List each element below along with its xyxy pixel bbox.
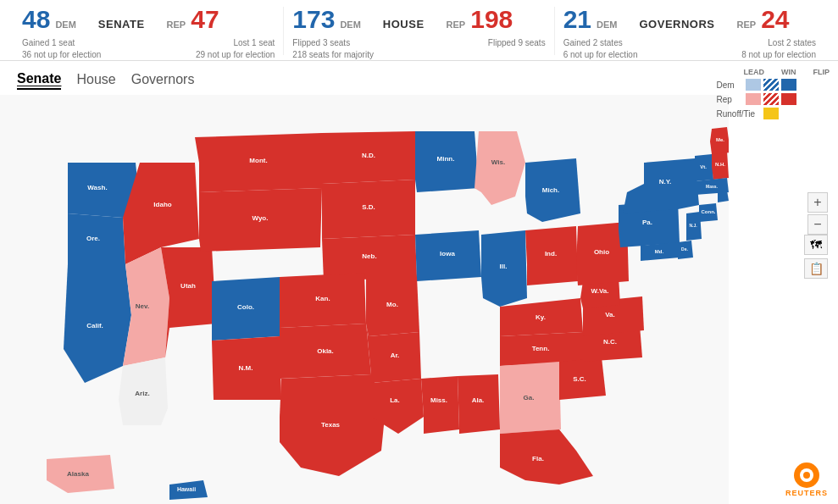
house-rep-sub: Flipped 9 seats: [488, 37, 546, 61]
house-rep-party: REP: [447, 19, 466, 30]
legend-rep-label: Rep: [717, 95, 741, 104]
state-ok[interactable]: [280, 324, 371, 379]
legend-rep-row: Rep: [717, 93, 830, 105]
svg-point-3: [803, 472, 810, 479]
state-al[interactable]: [458, 374, 500, 434]
runoff-swatch: [763, 108, 779, 119]
senate-dem-count: 48: [22, 7, 50, 32]
reuters-text: REUTERS: [785, 489, 828, 497]
state-ca[interactable]: [64, 264, 131, 383]
state-ri[interactable]: [718, 191, 729, 202]
rep-flip-swatch: [781, 93, 796, 105]
state-ga[interactable]: [500, 362, 561, 434]
state-or[interactable]: [68, 213, 125, 264]
main-content: Senate House Governors LEAD WIN FLIP Dem: [0, 61, 838, 504]
state-mi[interactable]: [525, 158, 580, 222]
legend-runoff-row: Runoff/Tie: [717, 108, 830, 119]
scoreboard: 48 DEM SENATE REP 47 Gained 1 seat 36 no…: [0, 0, 838, 61]
rep-lead-swatch: [746, 93, 761, 105]
map-area: Senate House Governors LEAD WIN FLIP Dem: [0, 61, 838, 504]
map-container: Wash. Ore. Calif. Idaho Nev. Ariz. Uta: [0, 95, 838, 504]
zoom-in-button[interactable]: +: [807, 192, 828, 213]
senate-title: SENATE: [98, 18, 145, 30]
senate-rep-count: 47: [191, 7, 219, 32]
house-dem-count: 173: [292, 7, 335, 32]
house-dem-party: DEM: [340, 19, 360, 30]
gov-dem-party: DEM: [597, 19, 617, 30]
house-section: 173 DEM HOUSE REP 198 Flipped 3 seats 21…: [284, 7, 554, 55]
state-il[interactable]: [481, 230, 527, 307]
senate-section: 48 DEM SENATE REP 47 Gained 1 seat 36 no…: [14, 7, 284, 55]
senate-rep-sub: Lost 1 seat 29 not up for election: [196, 37, 275, 61]
state-de[interactable]: [678, 241, 693, 259]
governors-section: 21 DEM GOVERNORS REP 24 Gained 2 states …: [555, 7, 824, 55]
state-me[interactable]: [710, 127, 729, 154]
rep-win-swatch: [763, 93, 779, 105]
dem-lead-swatch: [746, 79, 761, 91]
map-icons: 🗺 📋: [804, 235, 828, 279]
state-ct[interactable]: [699, 203, 718, 222]
state-nj[interactable]: [686, 212, 702, 241]
house-rep-count: 198: [470, 7, 513, 32]
senate-dem-sub: Gained 1 seat 36 not up for election: [22, 37, 101, 61]
state-ms[interactable]: [421, 376, 459, 434]
zoom-out-button[interactable]: −: [807, 214, 828, 235]
tab-house[interactable]: House: [76, 72, 115, 89]
state-vt[interactable]: [695, 154, 713, 181]
state-ks[interactable]: [280, 273, 366, 328]
gov-rep-sub: Lost 2 states 8 not up for election: [741, 37, 816, 61]
state-mn[interactable]: [415, 131, 479, 192]
zoom-controls: + −: [807, 192, 828, 235]
gov-rep-party: REP: [737, 19, 757, 30]
map-view-button[interactable]: 🗺: [804, 235, 828, 255]
state-nh[interactable]: [712, 151, 729, 180]
house-title: HOUSE: [383, 18, 425, 30]
state-sc[interactable]: [559, 357, 606, 400]
state-co[interactable]: [212, 277, 280, 341]
state-az[interactable]: [119, 357, 168, 425]
us-map: Wash. Ore. Calif. Idaho Nev. Ariz. Uta: [0, 95, 729, 504]
senate-dem-party: DEM: [55, 19, 75, 30]
tab-governors[interactable]: Governors: [131, 72, 195, 89]
reuters-logo: REUTERS: [785, 462, 828, 497]
legend-dem-label: Dem: [717, 80, 741, 90]
state-sd[interactable]: [322, 180, 415, 239]
tab-senate[interactable]: Senate: [17, 71, 61, 90]
legend-flip-label: FLIP: [813, 68, 830, 76]
legend: LEAD WIN FLIP Dem Rep: [717, 68, 830, 119]
senate-rep-party: REP: [167, 19, 186, 30]
state-wy[interactable]: [199, 188, 322, 252]
dem-flip-swatch: [781, 79, 796, 91]
gov-rep-count: 24: [761, 7, 789, 32]
legend-lead-label: LEAD: [744, 68, 765, 76]
legend-runoff-label: Runoff/Tie: [717, 109, 756, 119]
gov-dem-count: 21: [563, 7, 591, 32]
house-dem-sub: Flipped 3 seats 218 seats for majority: [292, 37, 374, 61]
list-view-button[interactable]: 📋: [804, 258, 828, 279]
legend-dem-row: Dem: [717, 79, 830, 91]
dem-win-swatch: [763, 79, 779, 91]
state-in[interactable]: [525, 226, 578, 285]
state-mo[interactable]: [366, 277, 419, 336]
state-ia[interactable]: [415, 230, 481, 281]
state-nd[interactable]: [322, 131, 415, 184]
legend-win-label: WIN: [781, 68, 796, 76]
gov-title: GOVERNORS: [639, 18, 714, 30]
nav-tabs: Senate House Governors: [0, 61, 211, 97]
state-mt[interactable]: [195, 133, 322, 192]
state-nm[interactable]: [212, 336, 281, 400]
gov-dem-sub: Gained 2 states 6 not up for election: [563, 37, 638, 61]
